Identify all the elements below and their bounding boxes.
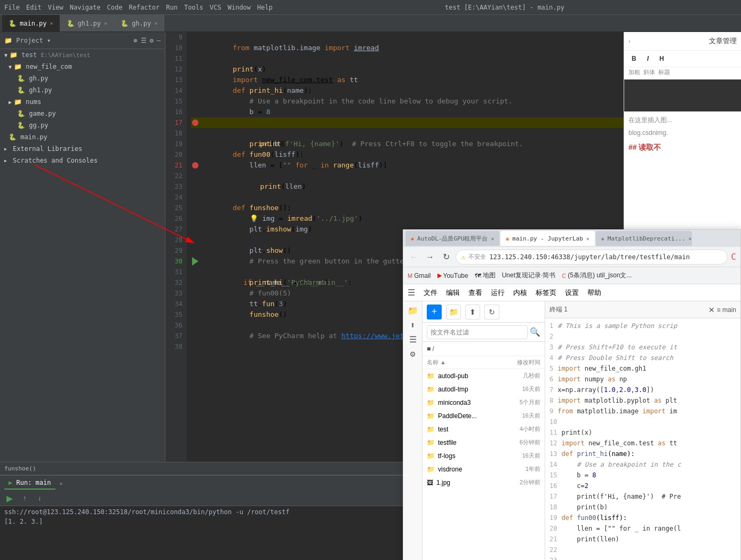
bookmark-csdn[interactable]: C (5条消息) util_json文... [562, 271, 632, 280]
tab-gh1-py[interactable]: 🐍 gh1.py ✕ [60, 15, 114, 31]
menu-code[interactable]: Code [107, 4, 123, 11]
run-play-btn[interactable]: ▶ [4, 493, 15, 503]
main-tab-btn[interactable]: ≡ main [717, 306, 736, 314]
csdn-nav-left[interactable]: ‹ [628, 38, 631, 44]
jupyter-menu-help[interactable]: 帮助 [587, 288, 601, 298]
browser-back-btn[interactable]: ← [408, 251, 420, 263]
tree-item-nums[interactable]: ▶ 📁 nums [0, 96, 165, 108]
run-scroll-down-btn[interactable]: ↓ [34, 493, 45, 503]
browser-tab-close-autodl[interactable]: ✕ [491, 236, 494, 242]
csdn-italic-btn[interactable]: I [644, 54, 652, 63]
jupyter-gear-icon[interactable]: ⚙ [410, 349, 416, 359]
sidebar-icon-4[interactable]: — [157, 37, 161, 44]
file-item-test[interactable]: 📁 test 4小时前 [423, 422, 545, 436]
menu-refactor[interactable]: Refactor [129, 4, 160, 11]
menu-window[interactable]: Window [228, 4, 251, 11]
menu-tools[interactable]: Tools [184, 4, 203, 11]
jupyter-menu-run[interactable]: 运行 [491, 288, 505, 298]
file-item-visdrone[interactable]: 📁 visdrone 1年前 [423, 462, 545, 476]
j-code-line-22: 22 [547, 545, 738, 555]
file-item-autodl-pub[interactable]: 📁 autodl-pub 几秒前 [423, 369, 545, 382]
tree-item-new-file-com[interactable]: ▼ 📁 new_file_com [0, 61, 165, 73]
jupyter-menu-kernel[interactable]: 内核 [513, 288, 527, 298]
menu-help[interactable]: Help [257, 4, 273, 11]
tab-close-main[interactable]: ✕ [50, 20, 53, 26]
file-name: testfile [438, 439, 457, 446]
jupyter-folder-icon[interactable]: 📁 [408, 306, 418, 316]
jupyter-menu-edit[interactable]: 编辑 [446, 288, 460, 298]
tree-label: Scratches and Consoles [13, 157, 98, 164]
file-item-miniconda3[interactable]: 📁 miniconda3 5个月前 [423, 396, 545, 409]
menu-view[interactable]: View [48, 4, 63, 11]
browser-address-bar[interactable]: ⚠ 不安全 123.125.240.150:46338/jupyter/lab/… [456, 250, 728, 265]
file-item-testfile[interactable]: 📁 testfile 6分钟前 [423, 436, 545, 449]
browser-tab-jupyter[interactable]: ◉ main.py - JupyterLab ✕ [500, 231, 595, 246]
file-item-tf-logs[interactable]: 📁 tf-logs 16天前 [423, 449, 545, 462]
run-tab-close[interactable]: ✕ [60, 481, 63, 486]
terminal-1-btn[interactable]: 終端 1 [549, 305, 568, 314]
jupyter-new-btn[interactable]: + [427, 305, 442, 319]
jupyter-menu-settings[interactable]: 设置 [565, 288, 579, 298]
sidebar-icon-2[interactable]: ☰ [141, 37, 147, 44]
sidebar-icon-3[interactable]: ⚙ [150, 37, 154, 44]
close-terminal-btn[interactable]: ✕ [708, 306, 715, 314]
browser-tab-matplotlib[interactable]: ◆ MatplotlibDeprecati... ✕ [596, 231, 692, 246]
tab-main-py[interactable]: 🐍 main.py ✕ [2, 15, 60, 31]
file-item-autodl-tmp[interactable]: 📁 autodl-tmp 16天前 [423, 382, 545, 396]
jupyter-search-icon[interactable]: 🔍 [530, 327, 540, 337]
j-code-line-15: 15 b = 8 [547, 470, 738, 481]
jupyter-upload-btn[interactable]: ⬆ [465, 305, 480, 319]
tab-gh-py[interactable]: 🐍 gh.py ✕ [114, 15, 164, 31]
menu-vcs[interactable]: VCS [210, 4, 221, 11]
title-bar: File Edit View Navigate Code Refactor Ru… [0, 0, 741, 15]
jupyter-file-sidebar: + 📁 ⬆ ↻ 🔍 ■ / 名称 ▲ 修改时间 📁 [423, 301, 545, 560]
tree-item-test[interactable]: ▼ 📁 test E:\AAYian\test [0, 49, 165, 61]
browser-forward-btn[interactable]: → [424, 251, 436, 263]
file-name: test [438, 426, 448, 433]
menu-edit[interactable]: Edit [26, 4, 42, 11]
browser-tab-close-jupyter[interactable]: ✕ [586, 236, 589, 242]
tree-item-game-py[interactable]: 🐍 game.py [0, 108, 165, 119]
tab-close-gh1[interactable]: ✕ [104, 20, 107, 26]
jupyter-search-input[interactable] [427, 325, 528, 339]
tree-item-scratches[interactable]: ▶ Scratches and Consoles [0, 155, 165, 166]
csdn-bold-btn[interactable]: B [628, 54, 640, 63]
jupyter-new-folder-btn[interactable]: 📁 [446, 305, 461, 319]
browser-tab-close-matplotlib[interactable]: ✕ [689, 236, 692, 242]
menu-file[interactable]: File [4, 4, 20, 11]
tree-label: nums [26, 98, 41, 106]
tab-close-gh[interactable]: ✕ [154, 20, 157, 26]
run-scroll-up-btn[interactable]: ↑ [19, 493, 30, 503]
run-tab-label[interactable]: ▶ Run: main [4, 477, 55, 490]
menu-run[interactable]: Run [166, 4, 178, 11]
sidebar-icon-1[interactable]: ⊕ [133, 37, 137, 44]
jupyter-menu-tabs[interactable]: 标签页 [536, 288, 556, 298]
jupyter-menu-view[interactable]: 查看 [468, 288, 482, 298]
csdn-bookmark-icon[interactable]: C [731, 252, 736, 262]
jupyter-sidebar-toggle[interactable]: ☰ [408, 287, 415, 298]
bookmark-gmail[interactable]: M Gmail [408, 272, 431, 279]
jupyter-upload-icon[interactable]: ⬆ [410, 320, 416, 330]
csdn-heading-btn[interactable]: H [656, 54, 667, 63]
menu-bar[interactable]: File Edit View Navigate Code Refactor Ru… [4, 4, 273, 11]
menu-navigate[interactable]: Navigate [70, 4, 101, 11]
file-item-paddledete[interactable]: 📁 PaddleDete... 16天前 [423, 409, 545, 422]
jupyter-list-icon[interactable]: ☰ [409, 334, 417, 345]
tree-item-main-py[interactable]: 🐍 main.py [0, 131, 165, 143]
tree-item-external-libs[interactable]: ▶ External Libraries [0, 143, 165, 155]
jupyter-menu-file[interactable]: 文件 [424, 288, 437, 298]
browser-tab-autodl[interactable]: ◆ AutoDL-品质GPU租用平台 ✕ [405, 231, 499, 246]
folder-icon: 📁 [427, 399, 435, 406]
code-line-21: print(llen) [191, 160, 624, 171]
j-code-line-7: 7x=np.array([1.0,2.0,3.0]) [547, 385, 738, 395]
jupyter-refresh-btn[interactable]: ↻ [484, 305, 499, 319]
bookmark-map[interactable]: 🗺 地图 [475, 271, 496, 280]
editor-tab-bar: 🐍 main.py ✕ 🐍 gh1.py ✕ 🐍 gh.py ✕ [0, 15, 741, 32]
bookmark-unet[interactable]: Unet复现记录·简书 [502, 271, 556, 280]
file-item-1jpg[interactable]: 🖼 1.jpg 2分钟前 [423, 476, 545, 489]
bookmark-youtube[interactable]: ▶ YouTube [437, 272, 468, 279]
tree-item-gg-py[interactable]: 🐍 gg.py [0, 119, 165, 131]
tree-item-gh-py[interactable]: 🐍 gh.py [0, 73, 165, 84]
browser-refresh-btn[interactable]: ↻ [440, 251, 452, 263]
tree-item-gh1-py[interactable]: 🐍 gh1.py [0, 84, 165, 96]
